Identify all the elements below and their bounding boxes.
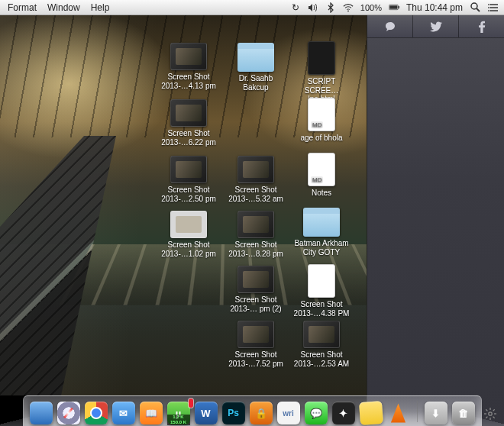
battery-icon[interactable] (389, 2, 399, 13)
volume-icon[interactable] (308, 2, 318, 13)
tab-twitter[interactable] (413, 15, 459, 38)
desktop-icon-ss-622[interactable]: Screen Shot 2013-…6.22 pm (159, 99, 218, 147)
screenshot-icon (237, 266, 274, 293)
desktop-icon-age[interactable]: MDage of bhola (292, 98, 351, 143)
notification-center-panel (367, 15, 504, 426)
icon-label: Screen Shot 2013-… pm (2) (226, 295, 286, 313)
icon-label: Screen Shot 2013-…8.28 pm (226, 240, 286, 258)
icon-label: Dr. Saahb Bakcup (226, 74, 286, 92)
icon-label: Screen Shot 2013-…1.02 pm (159, 240, 218, 258)
dock-app-vlc[interactable] (387, 402, 410, 424)
icon-label: age of bhola (292, 134, 351, 143)
document-icon: MD (308, 98, 335, 131)
dock-app-star[interactable]: ✦ (332, 402, 355, 424)
svg-rect-3 (399, 6, 399, 8)
desktop-icon-ss-752[interactable]: Screen Shot 2013-…7.52 pm (226, 321, 286, 368)
dock-app-word[interactable]: W (195, 402, 218, 424)
document-icon (308, 41, 335, 75)
file-badge: MD (311, 176, 323, 183)
dock-app-writer[interactable]: wri (277, 402, 300, 424)
screenshot-icon (170, 43, 207, 70)
svg-line-5 (477, 8, 480, 11)
dock-app-ibooks[interactable]: 📖 (140, 402, 163, 424)
svg-rect-2 (389, 5, 397, 8)
dock-app-ps[interactable]: Ps (222, 402, 245, 424)
wifi-icon[interactable] (343, 2, 354, 13)
dock-app-finder[interactable] (30, 402, 53, 424)
screenshot-icon (237, 211, 274, 238)
dock-app-utorrent[interactable]: µ1.2 K150.0 K (167, 402, 190, 424)
icon-label: Screen Shot 2013-…2.53 AM (292, 350, 351, 368)
dock-app-notes[interactable] (358, 401, 383, 425)
share-tabs (367, 15, 504, 38)
notification-center-icon[interactable] (487, 2, 498, 13)
svg-point-9 (488, 4, 489, 5)
screenshot-icon (303, 321, 340, 348)
dock-dl[interactable]: ⬇ (425, 402, 447, 424)
desktop-icon-saahb[interactable]: Dr. Saahb Bakcup (226, 43, 286, 92)
tab-home[interactable] (367, 15, 413, 38)
dock-app-mail[interactable]: ✉ (112, 402, 135, 424)
folder-icon (237, 43, 274, 72)
menu-window[interactable]: Window (47, 2, 80, 13)
screenshot-icon (237, 156, 274, 183)
dock: ✉📖µ1.2 K150.0 KWPs🔒wri💬✦⬇🗑 (23, 395, 482, 426)
dock-app-lock[interactable]: 🔒 (250, 402, 273, 424)
dock-separator (417, 401, 418, 422)
desktop[interactable]: Screen Shot 2013-…4.13 pmDr. Saahb Bakcu… (0, 15, 367, 395)
dock-app-chrome[interactable] (85, 402, 108, 424)
icon-label: Screen Shot 2013-…5.32 am (226, 186, 286, 203)
icon-label: Batman Arkham City GOTY (292, 239, 351, 257)
folder-icon (303, 208, 340, 237)
icon-label: Screen Shot 2013-…6.22 pm (159, 129, 218, 147)
svg-point-4 (471, 3, 477, 9)
menubar: Format Window Help ↻ 100% Thu 10:44 pm (0, 0, 504, 15)
menubar-right: ↻ 100% Thu 10:44 pm (290, 2, 504, 13)
icon-label: Screen Shot 2013-…2.50 pm (159, 186, 218, 203)
svg-point-0 (347, 10, 349, 11)
icon-label: Screen Shot 2013-…7.52 pm (226, 350, 286, 368)
dock-app-safari[interactable] (57, 402, 80, 424)
desktop-icons: Screen Shot 2013-…4.13 pmDr. Saahb Bakcu… (0, 15, 367, 395)
screenshot-icon (237, 321, 274, 348)
desktop-icon-notes[interactable]: MDNotes (292, 153, 351, 198)
desktop-icon-ss-828[interactable]: Screen Shot 2013-…8.28 pm (226, 211, 286, 258)
dock-app-msg[interactable]: 💬 (305, 402, 328, 424)
desktop-icon-ss-pm2[interactable]: Screen Shot 2013-… pm (2) (226, 266, 286, 313)
battery-pct: 100% (360, 3, 382, 12)
menu-help[interactable]: Help (91, 2, 110, 13)
tab-facebook[interactable] (459, 15, 504, 38)
desktop-icon-ss-102[interactable]: Screen Shot 2013-…1.02 pm (159, 211, 218, 258)
icon-label: Screen Shot 2013-…4.38 PM (292, 300, 351, 318)
screenshot-icon (170, 99, 207, 127)
sync-icon[interactable]: ↻ (290, 2, 301, 13)
menu-format[interactable]: Format (8, 2, 37, 13)
screenshot-icon (170, 156, 207, 183)
desktop-icon-script[interactable]: SCRIPT SCREE…lpe.html (292, 41, 351, 104)
spotlight-icon[interactable] (470, 2, 480, 13)
document-icon (308, 264, 335, 298)
badge (189, 399, 193, 408)
icon-label: Notes (292, 189, 351, 198)
dock-trash[interactable]: 🗑 (452, 402, 475, 424)
desktop-icon-ss-438u[interactable]: Screen Shot 2013-…4.38 PM (292, 264, 351, 318)
desktop-icon-ss-532[interactable]: Screen Shot 2013-…5.32 am (226, 156, 286, 203)
svg-point-11 (488, 10, 489, 11)
net-speed: 1.2 K150.0 K (167, 415, 190, 425)
menubar-left: Format Window Help (0, 2, 109, 13)
screenshot-icon (170, 211, 207, 238)
file-badge: MD (311, 121, 323, 128)
document-icon: MD (308, 153, 335, 186)
bluetooth-icon[interactable] (325, 2, 336, 13)
desktop-icon-ss-253am[interactable]: Screen Shot 2013-…2.53 AM (292, 321, 351, 368)
svg-point-10 (488, 7, 489, 8)
desktop-icon-batman[interactable]: Batman Arkham City GOTY (292, 208, 351, 257)
dock-region: ✉📖µ1.2 K150.0 KWPs🔒wri💬✦⬇🗑 (0, 395, 504, 426)
desktop-icon-ss-413[interactable]: Screen Shot 2013-…4.13 pm (159, 43, 218, 90)
icon-label: Screen Shot 2013-…4.13 pm (159, 73, 218, 90)
desktop-icon-ss-250[interactable]: Screen Shot 2013-…2.50 pm (159, 156, 218, 203)
menubar-clock[interactable]: Thu 10:44 pm (406, 2, 463, 13)
